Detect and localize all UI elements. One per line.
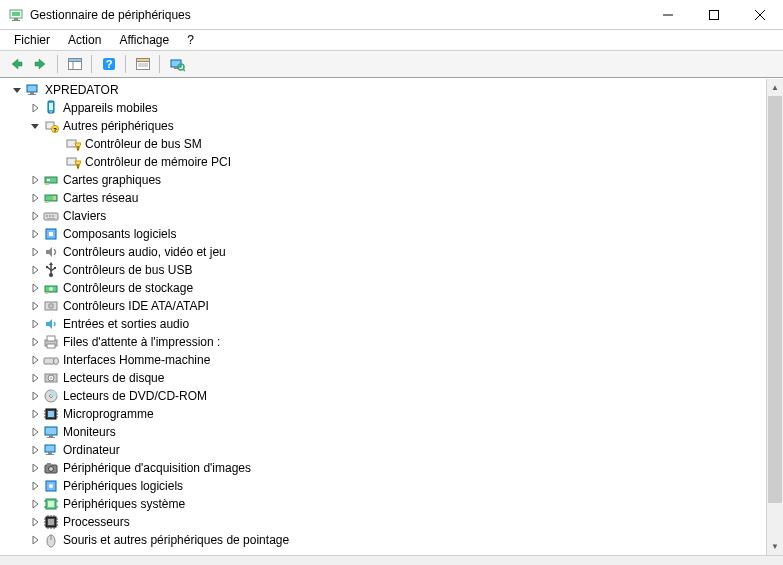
- svg-rect-17: [171, 60, 181, 67]
- expand-icon[interactable]: [28, 389, 42, 403]
- expand-icon[interactable]: [28, 191, 42, 205]
- menu-bar: Fichier Action Affichage ?: [0, 30, 783, 50]
- svg-point-89: [49, 484, 53, 488]
- expand-icon[interactable]: [28, 425, 42, 439]
- tree-node-label: Contrôleurs de bus USB: [63, 263, 192, 277]
- expand-icon[interactable]: [28, 209, 42, 223]
- svg-rect-40: [53, 196, 56, 200]
- tree-node-22[interactable]: Souris et autres périphériques de pointa…: [4, 531, 766, 549]
- svg-rect-23: [28, 94, 36, 95]
- tree-node-label: Appareils mobiles: [63, 101, 158, 115]
- tree-node-0[interactable]: Appareils mobiles: [4, 99, 766, 117]
- scan-hardware-button[interactable]: [165, 53, 188, 75]
- properties-button[interactable]: [131, 53, 154, 75]
- computer-icon: [25, 82, 41, 98]
- tree-node-15[interactable]: Microprogramme: [4, 405, 766, 423]
- maximize-button[interactable]: [691, 0, 737, 29]
- svg-rect-83: [48, 452, 52, 454]
- software-component-icon: [43, 226, 59, 242]
- tree-node-13[interactable]: Lecteurs de disque: [4, 369, 766, 387]
- svg-rect-9: [68, 59, 81, 62]
- firmware-icon: [43, 406, 59, 422]
- expand-icon[interactable]: [28, 515, 42, 529]
- tree-node-label: Cartes réseau: [63, 191, 138, 205]
- expand-icon[interactable]: [28, 443, 42, 457]
- tree-node-8[interactable]: Contrôleurs de stockage: [4, 279, 766, 297]
- scroll-up-arrow[interactable]: ▲: [767, 79, 783, 96]
- expand-icon[interactable]: [28, 533, 42, 547]
- tree-node-1[interactable]: ?Autres périphériques: [4, 117, 766, 135]
- expand-icon[interactable]: [28, 479, 42, 493]
- unknown-device-icon: !: [65, 136, 81, 152]
- svg-rect-21: [27, 85, 37, 92]
- expand-icon[interactable]: [28, 227, 42, 241]
- tree-node-3[interactable]: Cartes réseau: [4, 189, 766, 207]
- tree-child-1-0[interactable]: !Contrôleur de bus SM: [4, 135, 766, 153]
- tree-node-19[interactable]: Périphériques logiciels: [4, 477, 766, 495]
- tree-node-14[interactable]: Lecteurs de DVD/CD-ROM: [4, 387, 766, 405]
- tree-node-4[interactable]: Claviers: [4, 207, 766, 225]
- expand-icon[interactable]: [28, 299, 42, 313]
- tree-node-7[interactable]: Contrôleurs de bus USB: [4, 261, 766, 279]
- expand-icon[interactable]: [28, 335, 42, 349]
- tree-node-6[interactable]: Contrôleurs audio, vidéo et jeu: [4, 243, 766, 261]
- vertical-scrollbar[interactable]: ▲ ▼: [766, 79, 783, 555]
- expand-icon[interactable]: [28, 281, 42, 295]
- back-button[interactable]: [4, 53, 27, 75]
- menu-view[interactable]: Affichage: [111, 31, 177, 49]
- svg-rect-36: [45, 177, 57, 183]
- other-devices-icon: ?: [43, 118, 59, 134]
- tree-node-21[interactable]: Processeurs: [4, 513, 766, 531]
- collapse-icon[interactable]: [10, 83, 24, 97]
- svg-rect-57: [45, 292, 48, 294]
- mobile-icon: [43, 100, 59, 116]
- tree-node-17[interactable]: Ordinateur: [4, 441, 766, 459]
- svg-point-65: [54, 358, 59, 365]
- menu-help[interactable]: ?: [179, 31, 202, 49]
- scroll-track[interactable]: [767, 96, 783, 548]
- svg-rect-80: [49, 435, 53, 437]
- tree-node-9[interactable]: Contrôleurs IDE ATA/ATAPI: [4, 297, 766, 315]
- svg-rect-64: [44, 358, 54, 364]
- device-tree[interactable]: XPREDATORAppareils mobiles?Autres périph…: [0, 79, 766, 555]
- print-queue-icon: [43, 334, 59, 350]
- tree-root[interactable]: XPREDATOR: [4, 81, 766, 99]
- expand-icon[interactable]: [28, 245, 42, 259]
- window-controls: [645, 0, 783, 29]
- svg-text:?: ?: [105, 58, 112, 70]
- monitor-icon: [43, 424, 59, 440]
- expand-icon[interactable]: [28, 407, 42, 421]
- toolbar-separator: [91, 55, 92, 73]
- expand-icon[interactable]: [28, 317, 42, 331]
- close-button[interactable]: [737, 0, 783, 29]
- show-hide-console-tree-button[interactable]: [63, 53, 86, 75]
- tree-node-10[interactable]: Entrées et sorties audio: [4, 315, 766, 333]
- tree-node-20[interactable]: Périphériques système: [4, 495, 766, 513]
- expand-icon[interactable]: [28, 497, 42, 511]
- tree-node-label: Contrôleur de bus SM: [85, 137, 202, 151]
- expand-icon[interactable]: [28, 461, 42, 475]
- menu-action[interactable]: Action: [60, 31, 109, 49]
- tree-node-2[interactable]: Cartes graphiques: [4, 171, 766, 189]
- help-button[interactable]: ?: [97, 53, 120, 75]
- tree-node-12[interactable]: Interfaces Homme-machine: [4, 351, 766, 369]
- tree-child-1-1[interactable]: !Contrôleur de mémoire PCI: [4, 153, 766, 171]
- forward-button[interactable]: [29, 53, 52, 75]
- scroll-down-arrow[interactable]: ▼: [767, 538, 783, 555]
- collapse-icon[interactable]: [28, 119, 42, 133]
- tree-node-label: XPREDATOR: [45, 83, 119, 97]
- scroll-thumb[interactable]: [768, 96, 782, 503]
- minimize-button[interactable]: [645, 0, 691, 29]
- menu-file[interactable]: Fichier: [6, 31, 58, 49]
- expand-icon[interactable]: [28, 173, 42, 187]
- tree-node-18[interactable]: Périphérique d'acquisition d'images: [4, 459, 766, 477]
- expand-icon[interactable]: [28, 371, 42, 385]
- expand-icon[interactable]: [28, 353, 42, 367]
- tree-node-16[interactable]: Moniteurs: [4, 423, 766, 441]
- tree-node-11[interactable]: Files d'attente à l'impression :: [4, 333, 766, 351]
- tree-node-label: Microprogramme: [63, 407, 154, 421]
- expand-icon[interactable]: [28, 101, 42, 115]
- expand-icon[interactable]: [28, 263, 42, 277]
- toolbar-separator: [57, 55, 58, 73]
- tree-node-5[interactable]: Composants logiciels: [4, 225, 766, 243]
